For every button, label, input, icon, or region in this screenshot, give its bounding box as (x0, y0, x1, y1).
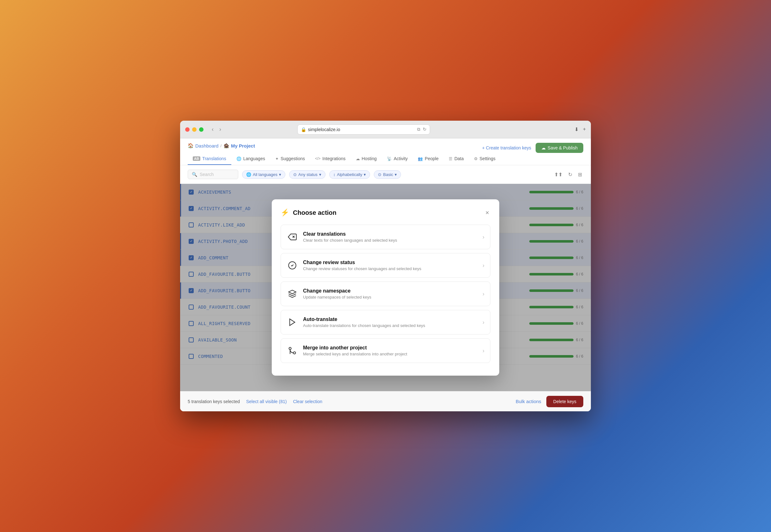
filter-icon: ⊙ (378, 172, 381, 177)
modal-close-button[interactable]: × (484, 208, 490, 217)
status-icon: ⊙ (293, 172, 297, 177)
select-all-visible-button[interactable]: Select all visible (81) (246, 399, 287, 404)
hosting-icon: ☁ (356, 156, 360, 161)
header-actions: + Create translation keys ☁ Save & Publi… (482, 143, 583, 153)
chevron-down-icon-2: ▾ (319, 172, 321, 177)
project-emoji: 🏚️ (223, 143, 229, 148)
data-icon: ☰ (449, 156, 452, 161)
table-area: ✓ ACHIEVEMENTS 6 / 6 ✓ ACTIVITY.COMMENT_… (180, 184, 591, 391)
arrow-icon: › (483, 262, 484, 269)
action-title: Clear translations (303, 231, 477, 237)
arrow-icon: › (483, 234, 484, 240)
traffic-lights (185, 127, 203, 132)
choose-action-modal: ⚡ Choose action × (272, 199, 499, 376)
filter-bar: 🔍 Search 🌐 All languages ▾ ⊙ Any status … (180, 165, 591, 184)
create-translation-keys-button[interactable]: + Create translation keys (482, 145, 531, 150)
sort-icon: ↕ (333, 172, 336, 177)
tab-translations[interactable]: AB Translations (188, 153, 231, 165)
app-header: 🏠 Dashboard / 🏚️ My Project + Create tra… (180, 138, 591, 165)
translations-icon: AB (193, 156, 200, 161)
address-bar[interactable]: 🔒 simplelocalize.io ⧉ ↻ (297, 124, 430, 135)
action-content: Change namespace Update namespaces of se… (303, 288, 477, 299)
share-icon[interactable]: ⧉ (417, 127, 420, 132)
integrations-icon: </> (315, 156, 320, 161)
search-box[interactable]: 🔍 Search (188, 170, 238, 179)
browser-window: ‹ › 🔒 simplelocalize.io ⧉ ↻ ⬇ + 🏠 Dashbo… (180, 121, 591, 411)
filter-basic[interactable]: ⊙ Basic ▾ (374, 170, 401, 179)
modal-action-clear-translations[interactable]: Clear translations Clear texts for chose… (281, 225, 490, 249)
layers-icon (287, 288, 298, 299)
filter-any-status[interactable]: ⊙ Any status ▾ (289, 170, 325, 179)
close-traffic-light[interactable] (185, 127, 190, 132)
filter-alphabetically[interactable]: ↕ Alphabetically ▾ (329, 170, 370, 179)
bottom-bar: 5 translation keys selected Select all v… (180, 391, 591, 411)
app-content: 🏠 Dashboard / 🏚️ My Project + Create tra… (180, 138, 591, 411)
activity-icon: 📡 (387, 156, 392, 161)
url-text: simplelocalize.io (308, 127, 340, 132)
action-title: Change review status (303, 260, 477, 265)
cloud-icon: ☁ (541, 145, 546, 150)
arrow-icon: › (483, 291, 484, 297)
chevron-down-icon-4: ▾ (395, 172, 397, 177)
tab-people[interactable]: 👥 People (413, 153, 444, 165)
action-desc: Change review statuses for chosen langua… (303, 266, 477, 271)
tab-settings[interactable]: ⚙ Settings (469, 153, 501, 165)
breadcrumb-separator: / (220, 143, 222, 148)
chevron-down-icon-3: ▾ (364, 172, 366, 177)
forward-arrow[interactable]: › (217, 125, 223, 133)
main-area: 🔍 Search 🌐 All languages ▾ ⊙ Any status … (180, 165, 591, 411)
tab-activity[interactable]: 📡 Activity (382, 153, 413, 165)
maximize-traffic-light[interactable] (199, 127, 203, 132)
reload-icon[interactable]: ↻ (423, 127, 427, 132)
new-tab-icon[interactable]: + (583, 126, 586, 132)
tab-data[interactable]: ☰ Data (444, 153, 469, 165)
tab-languages[interactable]: 🌐 Languages (231, 153, 270, 165)
svg-marker-3 (288, 290, 296, 294)
modal-title-icon: ⚡ (281, 209, 289, 217)
minimize-traffic-light[interactable] (192, 127, 197, 132)
modal-action-merge-project[interactable]: Merge into another project Merge selecte… (281, 338, 490, 363)
modal-action-auto-translate[interactable]: Auto-translate Auto-translate translatio… (281, 310, 490, 335)
filter-all-languages[interactable]: 🌐 All languages ▾ (242, 170, 285, 179)
svg-point-6 (289, 348, 291, 350)
modal-overlay[interactable]: ⚡ Choose action × (180, 184, 591, 391)
globe-icon: 🌐 (246, 172, 251, 177)
check-circle-icon (287, 260, 298, 271)
collapse-icon[interactable]: ⬆⬆ (553, 170, 564, 179)
svg-point-5 (294, 352, 296, 354)
download-icon[interactable]: ⬇ (574, 126, 579, 132)
save-publish-button[interactable]: ☁ Save & Publish (536, 143, 583, 153)
browser-nav-arrows: ‹ › (210, 125, 223, 133)
action-content: Auto-translate Auto-translate translatio… (303, 317, 477, 328)
modal-action-change-namespace[interactable]: Change namespace Update namespaces of se… (281, 281, 490, 306)
breadcrumb-dashboard[interactable]: 🏠 Dashboard (188, 143, 218, 148)
tab-suggestions[interactable]: ✦ Suggestions (270, 153, 310, 165)
arrow-icon: › (483, 319, 484, 326)
modal-header: ⚡ Choose action × (281, 208, 490, 217)
settings-icon: ⚙ (474, 156, 478, 161)
tab-hosting[interactable]: ☁ Hosting (351, 153, 382, 165)
address-bar-icons: ⧉ ↻ (417, 127, 427, 132)
search-icon: 🔍 (192, 172, 197, 177)
browser-toolbar: ‹ › 🔒 simplelocalize.io ⧉ ↻ ⬇ + (180, 121, 591, 138)
delete-keys-button[interactable]: Delete keys (546, 396, 583, 407)
refresh-icon[interactable]: ↻ (567, 170, 574, 179)
action-title: Auto-translate (303, 317, 477, 322)
action-title: Merge into another project (303, 345, 477, 351)
grid-settings-icon[interactable]: ⊞ (577, 170, 583, 179)
breadcrumb-project[interactable]: 🏚️ My Project (223, 143, 255, 148)
modal-action-change-review-status[interactable]: Change review status Change review statu… (281, 253, 490, 278)
action-desc: Clear texts for chosen languages and sel… (303, 238, 477, 243)
chevron-down-icon: ▾ (279, 172, 281, 177)
lock-icon: 🔒 (301, 127, 306, 132)
action-content: Merge into another project Merge selecte… (303, 345, 477, 356)
clear-selection-button[interactable]: Clear selection (293, 399, 322, 404)
bottom-bar-right: Bulk actions Delete keys (516, 396, 583, 407)
tab-integrations[interactable]: </> Integrations (310, 153, 351, 165)
action-desc: Merge selected keys and translations int… (303, 352, 477, 356)
action-desc: Update namespaces of selected keys (303, 295, 477, 299)
languages-icon: 🌐 (236, 156, 241, 161)
bulk-actions-button[interactable]: Bulk actions (516, 399, 541, 404)
back-arrow[interactable]: ‹ (210, 125, 216, 133)
action-desc: Auto-translate translations for chosen l… (303, 323, 477, 328)
